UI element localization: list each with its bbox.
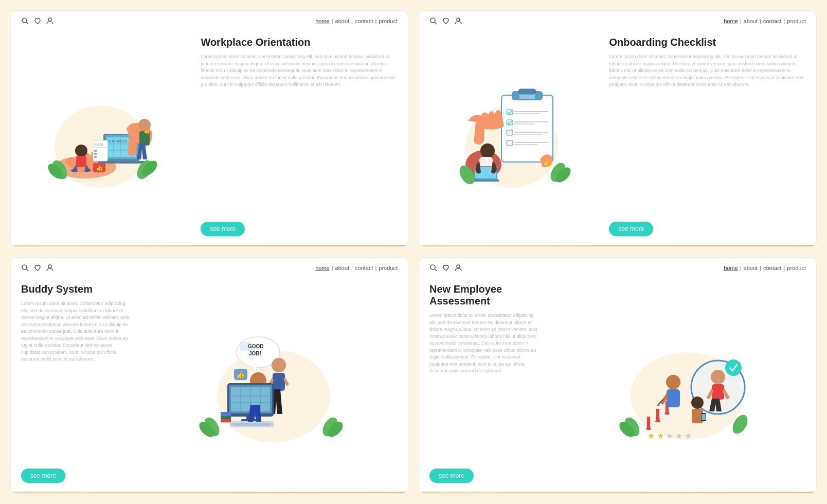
svg-point-67 [48, 265, 51, 268]
card-text-3: Lorem ipsum dolor sit amet, consectetur … [21, 300, 129, 461]
svg-text:★: ★ [685, 431, 692, 440]
card-text-2: Lorem ipsum dolor sit amet, consectetur … [609, 53, 806, 214]
card-buddy-system: home | about | contact | product Buddy S… [10, 257, 408, 494]
nav-about-2[interactable]: about [744, 18, 758, 24]
see-more-button-3[interactable]: see more [21, 469, 65, 483]
card-body-4: New Employee Assessment Lorem ipsum dolo… [419, 278, 816, 493]
svg-rect-9 [98, 161, 145, 164]
svg-text:★: ★ [657, 431, 664, 440]
nav-links-2: home | about | contact | product [724, 18, 806, 24]
nav-contact-4[interactable]: contact [763, 265, 781, 271]
heart-icon-3[interactable] [33, 264, 42, 272]
svg-text:👍: 👍 [96, 164, 103, 171]
svg-point-31 [430, 18, 435, 23]
nav-about-3[interactable]: about [335, 265, 350, 271]
nav-links-3: home | about | contact | product [315, 265, 398, 271]
svg-rect-20 [94, 153, 97, 155]
svg-point-0 [22, 18, 27, 23]
nav-about-4[interactable]: about [744, 265, 758, 271]
illustration-buddy: GOOD JOB! [134, 283, 398, 483]
nav-contact-2[interactable]: contact [763, 18, 781, 24]
svg-point-75 [272, 358, 286, 372]
nav-icons-3 [21, 264, 54, 272]
svg-line-32 [435, 22, 437, 24]
svg-rect-21 [94, 156, 97, 158]
svg-rect-74 [240, 342, 251, 351]
svg-point-102 [457, 265, 460, 268]
svg-point-2 [48, 18, 51, 21]
user-icon-4[interactable] [454, 264, 462, 272]
heart-icon-4[interactable] [442, 264, 450, 272]
svg-rect-38 [518, 89, 536, 94]
nav-contact-1[interactable]: contact [355, 18, 373, 24]
card-content-1: Workplace Orientation Lorem ipsum dolor … [190, 37, 398, 236]
see-more-button-2[interactable]: see more [609, 222, 653, 236]
card-onboarding-checklist: home | about | contact | product [419, 10, 817, 247]
svg-rect-90 [232, 423, 271, 426]
nav-about-1[interactable]: about [335, 18, 350, 24]
nav-bar-4: home | about | contact | product [419, 258, 816, 278]
svg-rect-107 [656, 409, 659, 422]
see-more-button-1[interactable]: see more [201, 222, 245, 236]
bottom-decoration-4 [419, 492, 816, 493]
search-icon-2[interactable] [429, 17, 438, 25]
user-icon-3[interactable] [46, 264, 54, 272]
heart-icon[interactable] [33, 17, 42, 25]
svg-rect-116 [667, 389, 680, 407]
svg-text:👍: 👍 [143, 128, 150, 134]
main-grid: home | about | contact | product [0, 0, 827, 504]
svg-line-66 [26, 269, 28, 271]
bottom-decoration-1 [11, 245, 408, 246]
search-icon-3[interactable] [21, 264, 29, 272]
svg-rect-60 [472, 179, 499, 182]
svg-rect-49 [507, 130, 513, 135]
svg-rect-52 [507, 140, 513, 146]
card-content-2: Onboarding Checklist Lorem ipsum dolor s… [599, 37, 806, 236]
nav-home-4[interactable]: home [724, 265, 738, 271]
nav-home-2[interactable]: home [724, 18, 738, 24]
nav-product-2[interactable]: product [787, 18, 806, 24]
user-icon-2[interactable] [454, 17, 462, 25]
illustration-workplace: OUR OFFICE RULES 👍 [21, 37, 190, 236]
svg-point-33 [457, 18, 460, 21]
nav-product-4[interactable]: product [787, 265, 806, 271]
svg-text:👍: 👍 [236, 370, 245, 379]
nav-product-1[interactable]: product [379, 18, 398, 24]
svg-text:RULES: RULES [95, 143, 103, 146]
user-icon[interactable] [46, 17, 54, 25]
see-more-button-4[interactable]: see more [429, 469, 474, 483]
svg-rect-19 [94, 150, 97, 152]
svg-text:OUR OFFICE: OUR OFFICE [108, 140, 127, 143]
nav-product-3[interactable]: product [379, 265, 398, 271]
card-title-4: New Employee Assessment [429, 283, 537, 307]
card-title-3: Buddy System [21, 283, 129, 295]
svg-point-115 [666, 375, 680, 389]
card-title-1: Workplace Orientation [201, 37, 398, 48]
card-content-3: Buddy System Lorem ipsum dolor sit amet,… [21, 283, 134, 483]
svg-text:★: ★ [675, 431, 682, 440]
svg-text:★: ★ [666, 431, 673, 440]
svg-point-100 [430, 265, 435, 269]
svg-point-123 [725, 359, 742, 376]
nav-bar-2: home | about | contact | product [419, 11, 816, 31]
nav-home-1[interactable]: home [315, 18, 330, 24]
nav-links-4: home | about | contact | product [724, 265, 806, 271]
bottom-decoration-2 [419, 245, 816, 246]
svg-point-56 [480, 143, 495, 158]
card-new-employee-assessment: home | about | contact | product New Emp… [419, 257, 817, 494]
search-icon-4[interactable] [429, 264, 438, 272]
card-body-3: Buddy System Lorem ipsum dolor sit amet,… [11, 278, 408, 493]
nav-contact-3[interactable]: contact [355, 265, 373, 271]
card-workplace-orientation: home | about | contact | product [10, 10, 408, 247]
card-title-2: Onboarding Checklist [609, 37, 806, 48]
svg-rect-127 [702, 414, 706, 420]
illustration-assessment: ★ ★ ★ ★ ★ [543, 283, 806, 483]
heart-icon-2[interactable] [442, 17, 450, 25]
svg-rect-76 [273, 373, 285, 391]
svg-rect-122 [712, 384, 724, 400]
search-icon[interactable] [21, 17, 29, 25]
svg-rect-105 [647, 417, 650, 430]
illustration-checklist: 👍 [429, 37, 599, 236]
nav-icons-4 [429, 264, 462, 272]
nav-home-3[interactable]: home [315, 265, 330, 271]
